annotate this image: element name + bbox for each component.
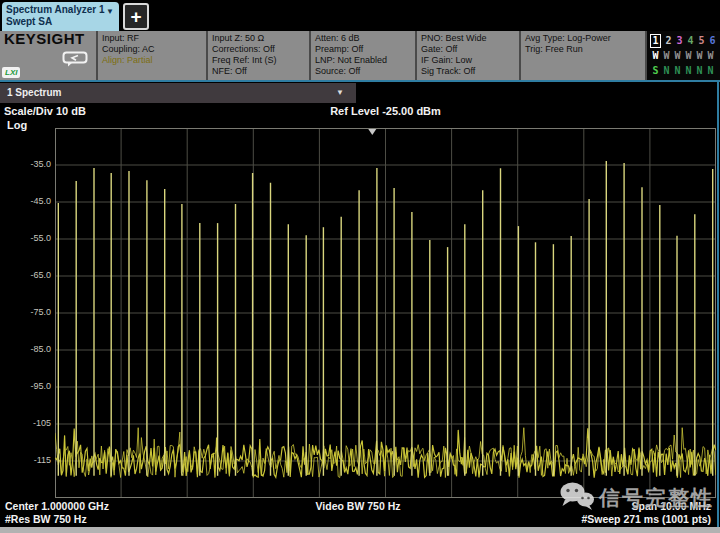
- y-axis-label: -65.0: [0, 270, 51, 280]
- main-display: 1 Spectrum ▼ Scale/Div 10 dB Ref Level -…: [0, 82, 719, 529]
- setting-line: Sig Track: Off: [421, 66, 515, 77]
- video-bw-label[interactable]: Video BW 750 Hz: [240, 500, 475, 513]
- trace-state: N: [683, 63, 694, 78]
- setting-line: Trig: Free Run: [525, 44, 641, 55]
- setting-line: Corrections: Off: [212, 44, 305, 55]
- trace-number: 4: [685, 33, 696, 48]
- setting-line: Avg Type: Log-Power: [525, 33, 641, 44]
- keysight-logo: KEYSIGHT: [4, 33, 92, 44]
- trace-type: W: [705, 48, 716, 63]
- lxi-badge: LXI: [2, 67, 20, 78]
- settings-panel-impedance[interactable]: Input Z: 50 ΩCorrections: OffFreq Ref: I…: [206, 31, 309, 80]
- trace-number: 5: [696, 33, 707, 48]
- settings-header: KEYSIGHT LXI Input: RFCoupling: ACAlign:…: [0, 31, 720, 82]
- y-axis-label: -35.0: [0, 159, 51, 169]
- trace-type: W: [683, 48, 694, 63]
- y-axis-label: -75.0: [0, 307, 51, 317]
- res-bw-label[interactable]: #Res BW 750 Hz: [0, 513, 240, 526]
- setting-line: Source: Off: [315, 66, 411, 77]
- setting-line: Input Z: 50 Ω: [212, 33, 305, 44]
- trace-type: W: [650, 48, 661, 63]
- add-tab-button[interactable]: +: [123, 3, 149, 30]
- setting-line: IF Gain: Low: [421, 55, 515, 66]
- setting-line: Freq Ref: Int (S): [212, 55, 305, 66]
- app-tab-title: Spectrum Analyzer 1: [6, 4, 115, 16]
- y-axis-label: -105: [0, 418, 51, 428]
- trace-state-row: SNNNNN: [650, 63, 720, 78]
- wechat-icon: [559, 481, 595, 515]
- center-frequency-label[interactable]: Center 1.000000 GHz: [0, 500, 240, 513]
- keysight-block: KEYSIGHT LXI: [0, 31, 96, 80]
- message-bubble-icon[interactable]: [62, 51, 88, 70]
- trace-number: 3: [674, 33, 685, 48]
- trace-state: S: [650, 63, 661, 78]
- settings-panel-pno[interactable]: PNO: Best WideGate: OffIF Gain: LowSig T…: [415, 31, 519, 80]
- setting-line: Align: Partial: [102, 55, 202, 66]
- y-axis-label: -95.0: [0, 381, 51, 391]
- y-axis-label: -115: [0, 455, 51, 465]
- trace-type: W: [661, 48, 672, 63]
- chevron-down-icon: ▼: [106, 6, 114, 18]
- trace-number: 2: [663, 33, 674, 48]
- setting-line: NFE: Off: [212, 66, 305, 77]
- y-axis-label: -45.0: [0, 196, 51, 206]
- tab-bar: Spectrum Analyzer 1 Swept SA ▼ +: [0, 0, 720, 31]
- trace-state: N: [705, 63, 716, 78]
- trace-indicators[interactable]: 123456WWWWWWSNNNNN: [645, 31, 720, 80]
- amplitude-axis: -35.0-45.0-55.0-65.0-75.0-85.0-95.0-105-…: [0, 128, 51, 498]
- watermark-text: 信号完整性: [599, 484, 714, 512]
- setting-line: Atten: 6 dB: [315, 33, 411, 44]
- trace-type: W: [694, 48, 705, 63]
- trace-state: N: [661, 63, 672, 78]
- settings-panel-avg-trig[interactable]: Avg Type: Log-PowerTrig: Free Run: [519, 31, 645, 80]
- spectrum-plot: [55, 128, 716, 498]
- trace-type: W: [672, 48, 683, 63]
- spectrum-analyzer-screen: Spectrum Analyzer 1 Swept SA ▼ + KEYSIGH…: [0, 0, 720, 533]
- trace-state: N: [672, 63, 683, 78]
- trace-selector-label: 1 Spectrum: [7, 87, 61, 98]
- setting-line: LNP: Not Enabled: [315, 55, 411, 66]
- watermark: 信号完整性: [559, 481, 714, 515]
- setting-line: Preamp: Off: [315, 44, 411, 55]
- trace-number-row: 123456: [650, 33, 720, 48]
- settings-panel-atten[interactable]: Atten: 6 dBPreamp: OffLNP: Not EnabledSo…: [309, 31, 415, 80]
- setting-line: Input: RF: [102, 33, 202, 44]
- trace-number: 6: [707, 33, 718, 48]
- frame-border: [0, 527, 720, 533]
- setting-line: PNO: Best Wide: [421, 33, 515, 44]
- y-axis-label: -55.0: [0, 233, 51, 243]
- app-tab-subtitle: Swept SA: [6, 16, 115, 28]
- app-tab-spectrum-analyzer[interactable]: Spectrum Analyzer 1 Swept SA ▼: [2, 2, 119, 31]
- setting-line: Coupling: AC: [102, 44, 202, 55]
- center-marker-icon: [368, 129, 376, 135]
- y-axis-label: -85.0: [0, 344, 51, 354]
- setting-line: Gate: Off: [421, 44, 515, 55]
- trace-selector[interactable]: 1 Spectrum ▼: [0, 83, 356, 103]
- chevron-down-icon: ▼: [336, 83, 344, 103]
- trace-type-row: WWWWWW: [650, 48, 720, 63]
- ref-level-label[interactable]: Ref Level -25.00 dBm: [55, 105, 716, 117]
- settings-panel-input[interactable]: Input: RFCoupling: ACAlign: Partial: [96, 31, 206, 80]
- trace-state: N: [694, 63, 705, 78]
- trace-number: 1: [650, 34, 661, 48]
